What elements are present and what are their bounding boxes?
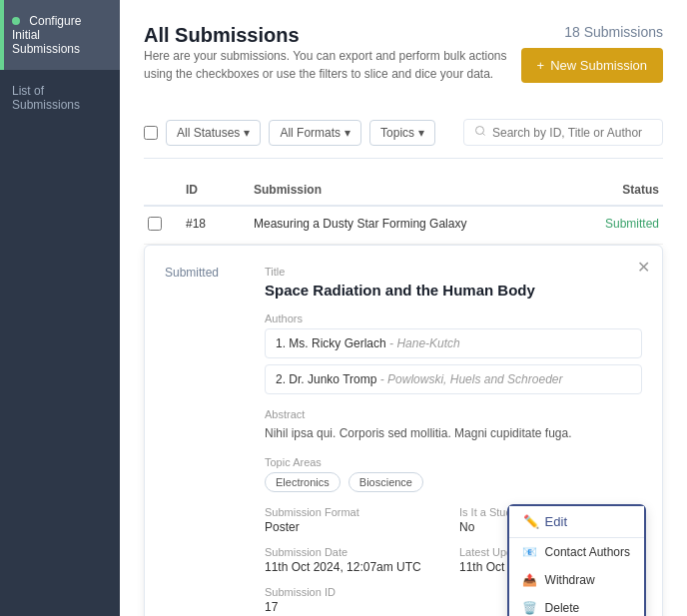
detail-left: Submitted: [165, 266, 245, 288]
author-2-affil: - Powlowski, Huels and Schroeder: [380, 372, 563, 386]
col-id: ID: [186, 183, 246, 197]
formats-label: All Formats: [280, 126, 341, 140]
detail-title: Space Radiation and the Human Body: [265, 282, 642, 299]
contact-icon: 📧: [523, 545, 537, 559]
row-select-checkbox[interactable]: [148, 217, 162, 231]
topics-filter[interactable]: Topics ▾: [369, 120, 435, 146]
edit-label: Edit: [545, 514, 567, 529]
topic-tags: Electronics Bioscience: [265, 472, 642, 492]
contact-authors-item[interactable]: 📧 Contact Authors: [509, 538, 644, 566]
author-1-affil: - Hane-Kutch: [389, 336, 460, 350]
page-title: All Submissions: [144, 24, 521, 47]
contact-label: Contact Authors: [545, 545, 630, 559]
delete-label: Delete: [545, 601, 580, 615]
topic-tag-1: Bioscience: [348, 472, 423, 492]
col-submission: Submission: [254, 183, 571, 197]
table-header: ID Submission Status: [144, 175, 663, 207]
active-dot: [12, 17, 20, 25]
search-input[interactable]: [492, 126, 652, 140]
authors-list: 1. Ms. Ricky Gerlach - Hane-Kutch 2. Dr.…: [265, 328, 642, 394]
delete-item[interactable]: 🗑️ Delete: [509, 594, 644, 616]
edit-icon: ✏️: [523, 514, 539, 529]
withdraw-item[interactable]: 📤 Withdraw: [509, 566, 644, 594]
header-left: All Submissions Here are your submission…: [144, 24, 521, 103]
row-status: Submitted: [579, 217, 659, 231]
table-row[interactable]: #18 Measuring a Dusty Star Forming Galax…: [144, 207, 663, 245]
author-2-name: Dr. Junko Tromp: [289, 372, 376, 386]
format-section: Submission Format Poster: [265, 506, 447, 534]
author-row-2: 2. Dr. Junko Tromp - Powlowski, Huels an…: [265, 364, 642, 394]
date-label: Submission Date: [265, 546, 447, 558]
author-1-name: Ms. Ricky Gerlach: [289, 336, 385, 350]
detail-panel: Submitted Title Space Radiation and the …: [144, 245, 663, 616]
submission-id-value: 17: [265, 600, 447, 614]
statuses-filter[interactable]: All Statuses ▾: [166, 120, 261, 146]
page-description: Here are your submissions. You can expor…: [144, 47, 521, 83]
statuses-label: All Statuses: [177, 126, 240, 140]
chevron-down-icon-3: ▾: [418, 126, 424, 140]
sidebar-item-list[interactable]: List of Submissions: [0, 70, 120, 126]
topics-section: Topic Areas Electronics Bioscience: [265, 456, 642, 492]
col-checkbox: [148, 183, 178, 197]
formats-filter[interactable]: All Formats ▾: [269, 120, 361, 146]
select-all-checkbox[interactable]: [144, 126, 158, 140]
new-submission-label: New Submission: [550, 58, 647, 73]
sidebar-item-configure[interactable]: Configure Initial Submissions: [0, 0, 120, 70]
topics-label: Topic Areas: [265, 456, 642, 468]
detail-status-badge: Submitted: [165, 266, 245, 280]
search-container: [463, 119, 663, 146]
withdraw-label: Withdraw: [545, 573, 595, 587]
main-content: All Submissions Here are your submission…: [120, 0, 687, 616]
submission-count: 18 Submissions: [521, 24, 663, 40]
svg-line-1: [482, 133, 484, 135]
row-checkbox[interactable]: [148, 217, 178, 234]
abstract-section: Abstract Nihil ipsa qui. Corporis sed mo…: [265, 408, 642, 442]
close-button[interactable]: ✕: [637, 258, 650, 277]
title-label: Title: [265, 266, 642, 278]
submission-id-label: Submission ID: [265, 586, 447, 598]
col-status: Status: [579, 183, 659, 197]
svg-point-0: [476, 127, 484, 135]
row-id: #18: [186, 217, 246, 231]
author-1-num: 1.: [276, 336, 289, 350]
format-value: Poster: [265, 520, 447, 534]
new-submission-button[interactable]: + New Submission: [521, 48, 663, 83]
page-header: All Submissions Here are your submission…: [144, 24, 663, 103]
chevron-down-icon-2: ▾: [344, 126, 350, 140]
chevron-down-icon: ▾: [244, 126, 250, 140]
author-row-1: 1. Ms. Ricky Gerlach - Hane-Kutch: [265, 328, 642, 358]
author-2-num: 2.: [276, 372, 289, 386]
action-menu: ✏️ Edit 📧 Contact Authors 📤 Withdraw 🗑️ …: [507, 504, 646, 616]
abstract-text: Nihil ipsa qui. Corporis sed mollitia. M…: [265, 424, 642, 442]
plus-icon: +: [537, 58, 545, 73]
submission-id-section: Submission ID 17: [265, 586, 447, 614]
filter-bar: All Statuses ▾ All Formats ▾ Topics ▾: [144, 119, 663, 159]
date-value: 11th Oct 2024, 12:07am UTC: [265, 560, 447, 574]
edit-button[interactable]: ✏️ Edit: [509, 506, 644, 538]
withdraw-icon: 📤: [523, 573, 537, 587]
header-right: 18 Submissions + New Submission: [521, 24, 663, 83]
search-icon: [474, 125, 486, 140]
format-label: Submission Format: [265, 506, 447, 518]
submission-title: Measuring a Dusty Star Forming Galaxy: [254, 217, 571, 231]
sidebar-list-label: List of Submissions: [12, 84, 80, 112]
date-section: Submission Date 11th Oct 2024, 12:07am U…: [265, 546, 447, 574]
authors-label: Authors: [265, 312, 642, 324]
topic-tag-0: Electronics: [265, 472, 341, 492]
delete-icon: 🗑️: [523, 601, 537, 615]
abstract-label: Abstract: [265, 408, 642, 420]
sidebar: Configure Initial Submissions List of Su…: [0, 0, 120, 616]
row-title-text: Measuring a Dusty Star Forming Galaxy: [254, 217, 571, 231]
topics-label: Topics: [380, 126, 414, 140]
row-title: Measuring a Dusty Star Forming Galaxy: [254, 217, 571, 231]
sidebar-configure-label: Configure Initial Submissions: [12, 14, 81, 56]
